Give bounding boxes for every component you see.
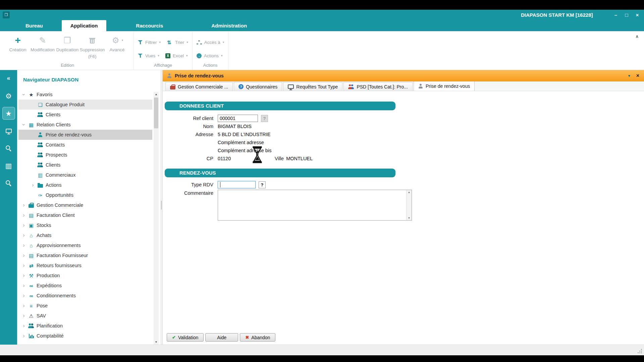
minimize-button[interactable]: – bbox=[612, 12, 619, 18]
ribbon-modification-button[interactable]: ✎Modification bbox=[30, 31, 55, 53]
nav-item-favoris[interactable]: ›★Favoris bbox=[18, 89, 152, 100]
expand-arrow-icon[interactable]: › bbox=[20, 303, 27, 309]
nav-item-conditionnements[interactable]: ›∞Conditionnements bbox=[18, 291, 152, 301]
ribbon-filtrer-button[interactable]: Filtrer▾ bbox=[138, 38, 161, 47]
document-dropdown-icon[interactable]: ▾ bbox=[628, 73, 630, 78]
activity-monitor-button[interactable] bbox=[2, 124, 15, 137]
nav-item-opportunites[interactable]: ✑Opportunités bbox=[18, 190, 152, 200]
nav-item-achats[interactable]: ›⌂Achats bbox=[18, 230, 152, 240]
doc-tab-prise-de-rendez-vous[interactable]: Prise de rendez-vous bbox=[414, 81, 475, 91]
nav-item-stocks[interactable]: ›▣Stocks bbox=[18, 220, 152, 230]
expand-arrow-icon[interactable]: › bbox=[20, 242, 27, 248]
collapse-arrow-icon[interactable]: › bbox=[21, 121, 27, 128]
tree-icon-slot: ∞ bbox=[27, 283, 35, 288]
nav-item-commerciaux[interactable]: ▥Commerciaux bbox=[18, 170, 152, 180]
doc-tab-questionnaires[interactable]: ?Questionnaires bbox=[234, 82, 282, 91]
nav-item-label: Clients bbox=[44, 162, 60, 168]
activity-search-button[interactable] bbox=[2, 142, 15, 155]
ref-client-input[interactable] bbox=[218, 115, 258, 122]
textarea-scrollbar[interactable]: ▲ ▼ bbox=[406, 190, 412, 220]
ribbon-trier-button[interactable]: ⇅Trier▾ bbox=[165, 38, 188, 47]
expand-arrow-icon[interactable]: › bbox=[20, 252, 27, 258]
nav-item-clients[interactable]: Clients bbox=[18, 160, 152, 170]
activity-gear-button[interactable]: ⚙ bbox=[2, 89, 15, 102]
nav-item-production[interactable]: ›⚒Production bbox=[18, 270, 152, 281]
menu-tab-administration[interactable]: Administration bbox=[203, 20, 256, 31]
ribbon-vues-button[interactable]: Vues▾ bbox=[138, 51, 161, 60]
expand-arrow-icon[interactable]: › bbox=[20, 202, 27, 208]
menu-tab-bureau[interactable]: Bureau bbox=[17, 20, 52, 31]
close-button[interactable]: × bbox=[634, 12, 641, 18]
expand-arrow-icon[interactable]: › bbox=[30, 182, 36, 188]
ribbon-collapse-icon[interactable]: ∧ bbox=[635, 34, 639, 39]
complement1-text: Complément adresse bbox=[218, 140, 264, 145]
nav-item-contacts[interactable]: Contacts bbox=[18, 140, 152, 150]
expand-arrow-icon[interactable]: › bbox=[20, 232, 27, 238]
menu-tab-application[interactable]: Application bbox=[62, 20, 107, 31]
doc-tab-psd-toutes-cat-pro[interactable]: PSD [Toutes Cat.]: Pro... bbox=[343, 82, 413, 91]
people-icon bbox=[37, 163, 43, 167]
nav-item-pose[interactable]: ›≡Pose bbox=[18, 301, 152, 311]
ribbon-avance-button[interactable]: ⚙▾Avancé bbox=[105, 31, 129, 53]
ribbon: +Création✎Modification❐DuplicationSuppre… bbox=[0, 31, 644, 70]
expand-arrow-icon[interactable]: › bbox=[20, 222, 27, 228]
doc-tab-gestion-commerciale[interactable]: Gestion Commerciale ... bbox=[165, 82, 233, 91]
panel-collapse-button[interactable]: « bbox=[7, 75, 10, 82]
expand-arrow-icon[interactable]: › bbox=[20, 212, 27, 218]
nav-item-label: Expéditions bbox=[35, 283, 62, 288]
validation-button[interactable]: ✔ Validation bbox=[167, 333, 204, 342]
nav-item-approvisionnements[interactable]: ›⌂Approvisionnements bbox=[18, 240, 152, 250]
resize-grip[interactable] bbox=[638, 349, 642, 353]
scroll-down-icon[interactable]: ▼ bbox=[154, 340, 159, 345]
expand-arrow-icon[interactable]: › bbox=[20, 262, 27, 268]
nav-item-sav[interactable]: ›⚠SAV bbox=[18, 311, 152, 321]
case-red-icon bbox=[170, 86, 175, 89]
nav-item-expeditions[interactable]: ›∞Expéditions bbox=[18, 281, 152, 291]
ribbon-actions-button[interactable]: →Actions▾ bbox=[197, 51, 224, 60]
funnel-icon bbox=[138, 40, 143, 45]
scroll-up-icon[interactable]: ▲ bbox=[154, 92, 159, 97]
nav-item-catalogue-produit[interactable]: ❏Catalogue Produit bbox=[18, 100, 152, 110]
expand-arrow-icon[interactable]: › bbox=[20, 283, 27, 289]
nav-item-relation-clients[interactable]: ›▦Relation Clients bbox=[18, 120, 152, 130]
ribbon-suppression-button[interactable]: Suppression(F6) bbox=[80, 31, 105, 59]
scrollbar-thumb[interactable] bbox=[154, 98, 158, 128]
nav-item-actions[interactable]: ›Actions bbox=[18, 180, 152, 190]
nav-item-comptabilite[interactable]: ›Comptabilité bbox=[18, 331, 152, 341]
ribbon-duplication-button[interactable]: ❐Duplication bbox=[55, 31, 80, 53]
nav-item-facturation-client[interactable]: ›▤Facturation Client bbox=[18, 210, 152, 220]
scroll-down-icon[interactable]: ▼ bbox=[408, 217, 411, 220]
expand-arrow-icon[interactable]: › bbox=[20, 323, 27, 329]
nav-item-facturation-fournisseur[interactable]: ›▤Facturation Fournisseur bbox=[18, 250, 152, 260]
commentaire-textarea[interactable]: ▲ ▼ bbox=[218, 190, 412, 221]
abandon-button[interactable]: ✖ Abandon bbox=[240, 333, 275, 342]
ribbon-acces-a-button[interactable]: Accès à▾ bbox=[197, 38, 224, 47]
activity-star-button[interactable]: ★ bbox=[2, 107, 15, 120]
ribbon-creation-button[interactable]: +Création bbox=[5, 31, 30, 53]
nav-item-retours-fournisseurs[interactable]: ›⇄Retours fournisseurs bbox=[18, 260, 152, 270]
maximize-button[interactable]: □ bbox=[623, 12, 630, 18]
document-close-icon[interactable]: × bbox=[636, 73, 639, 79]
expand-arrow-icon[interactable]: › bbox=[20, 333, 27, 339]
type-rdv-help-button[interactable]: ? bbox=[259, 181, 266, 188]
nav-item-gestion-commerciale[interactable]: ›Gestion Commerciale bbox=[18, 200, 152, 210]
nav-item-prospects[interactable]: Prospects bbox=[18, 150, 152, 160]
activity-search-plus-button[interactable] bbox=[2, 177, 15, 189]
expand-arrow-icon[interactable]: › bbox=[20, 293, 27, 299]
ribbon-excel-button[interactable]: XExcel▾ bbox=[165, 51, 188, 60]
expand-arrow-icon[interactable]: › bbox=[20, 313, 27, 319]
doc-tab-requetes-tout-type[interactable]: Requêtes Tout Type bbox=[283, 82, 342, 91]
aide-button[interactable]: Aide bbox=[205, 333, 238, 342]
nav-item-planification[interactable]: ›Planification bbox=[18, 321, 152, 331]
tree-scrollbar[interactable]: ▲ ▼ bbox=[154, 92, 159, 345]
type-rdv-input[interactable] bbox=[218, 181, 256, 188]
nav-item-prise-de-rendez-vous[interactable]: Prise de rendez-vous bbox=[18, 130, 152, 140]
menu-tab-raccourcis[interactable]: Raccourcis bbox=[127, 20, 172, 31]
expand-arrow-icon[interactable]: › bbox=[20, 273, 27, 279]
ref-client-help-button[interactable]: ? bbox=[261, 115, 268, 122]
nav-item-clients[interactable]: Clients bbox=[18, 110, 152, 120]
activity-columns-button[interactable]: ▥ bbox=[2, 159, 15, 172]
cp-ville-row: CP 01120 Ville MONTLUEL bbox=[165, 155, 313, 163]
scroll-up-icon[interactable]: ▲ bbox=[408, 191, 411, 194]
collapse-arrow-icon[interactable]: › bbox=[21, 91, 27, 98]
